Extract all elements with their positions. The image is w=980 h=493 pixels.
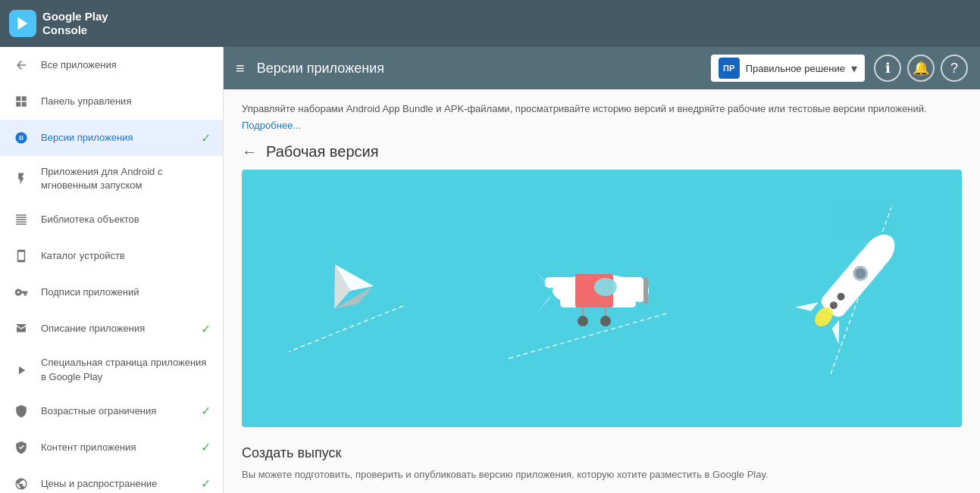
- app-selector[interactable]: ПР Правильное решение ▾: [711, 55, 865, 82]
- chevron-down-icon: ▾: [851, 61, 857, 76]
- sidebar-item-app-versions[interactable]: Версии приложения ✓: [0, 120, 223, 156]
- sidebar-item-app-signing[interactable]: Подписи приложений: [0, 274, 223, 310]
- sidebar-item-label: Специальная страница приложения в Google…: [41, 356, 211, 383]
- sidebar: Все приложения Панель управления Версии …: [0, 47, 224, 493]
- svg-point-17: [578, 316, 588, 326]
- biplane-svg: [499, 215, 689, 382]
- device-icon: [12, 247, 30, 265]
- info-icon: ℹ: [885, 60, 891, 76]
- table-icon: [12, 211, 30, 229]
- globe-icon: [12, 475, 30, 493]
- illustration-banner: [242, 170, 962, 427]
- create-release-title: Создать выпуск: [242, 445, 962, 461]
- topbar-title: Версии приложения: [257, 61, 711, 76]
- info-text: Управляйте наборами Android App Bundle и…: [242, 101, 962, 117]
- sidebar-item-dashboard[interactable]: Панель управления: [0, 83, 223, 120]
- topbar: ≡ Версии приложения ПР Правильное решени…: [224, 47, 980, 89]
- topbar-actions: ℹ 🔔 ?: [874, 55, 968, 82]
- check-icon: ✓: [201, 476, 211, 491]
- check-icon: ✓: [201, 440, 211, 454]
- section-title: Рабочая версия: [266, 143, 379, 161]
- app-header: Google Play Console: [0, 0, 980, 47]
- grid-icon: [12, 92, 30, 111]
- sidebar-item-device-catalog[interactable]: Каталог устройств: [0, 238, 223, 274]
- sidebar-item-pricing[interactable]: Цены и распространение ✓: [0, 466, 223, 493]
- paper-plane-svg: [282, 223, 418, 374]
- sidebar-item-google-play-page[interactable]: Специальная страница приложения в Google…: [0, 347, 223, 392]
- arrow-left-icon: [12, 56, 30, 74]
- svg-point-18: [600, 316, 611, 326]
- sidebar-item-label: Версии приложения: [41, 131, 195, 145]
- sidebar-item-app-content[interactable]: Контент приложения ✓: [0, 429, 223, 466]
- sidebar-item-label: Контент приложения: [41, 441, 195, 454]
- sidebar-item-label: Подписи приложений: [41, 286, 211, 299]
- logo: Google Play Console: [9, 10, 108, 37]
- main-content: ≡ Версии приложения ПР Правильное решени…: [224, 47, 980, 493]
- check-icon: ✓: [201, 404, 211, 418]
- svg-point-13: [594, 278, 617, 296]
- svg-marker-11: [534, 295, 553, 317]
- create-release-section: Создать выпуск Вы можете подготовить, пр…: [242, 445, 962, 494]
- play-icon: [12, 361, 30, 379]
- sidebar-item-store-listing[interactable]: Описание приложения ✓: [0, 310, 223, 347]
- sidebar-item-asset-library[interactable]: Библиотека объектов: [0, 201, 223, 238]
- key-icon: [12, 283, 30, 301]
- notifications-button[interactable]: 🔔: [907, 55, 935, 82]
- page-content: Управляйте наборами Android App Bundle и…: [224, 89, 980, 493]
- sidebar-item-label: Панель управления: [41, 95, 211, 108]
- rocket-icon: [12, 129, 30, 147]
- svg-line-1: [290, 306, 403, 351]
- sidebar-item-label: Библиотека объектов: [41, 213, 211, 226]
- sidebar-item-instant-apps[interactable]: Приложения для Android с мгновенным запу…: [0, 156, 223, 201]
- app-icon: ПР: [719, 58, 740, 79]
- sidebar-item-age-ratings[interactable]: Возрастные ограничения ✓: [0, 393, 223, 429]
- shield2-icon: [12, 438, 30, 457]
- logo-icon: [9, 10, 36, 37]
- bell-icon: 🔔: [913, 60, 929, 76]
- svg-marker-0: [18, 17, 28, 30]
- logo-text: Google Play Console: [42, 10, 108, 37]
- rocket-svg: [770, 192, 922, 404]
- create-release-description: Вы можете подготовить, проверить и опубл…: [242, 467, 962, 482]
- info-button[interactable]: ℹ: [874, 55, 901, 82]
- main-layout: Все приложения Панель управления Версии …: [0, 47, 980, 493]
- check-icon: ✓: [201, 131, 211, 145]
- shield-icon: [12, 402, 30, 420]
- sidebar-item-label: Возрастные ограничения: [41, 404, 195, 418]
- svg-marker-25: [827, 320, 850, 344]
- svg-marker-24: [794, 292, 818, 317]
- sidebar-item-label: Приложения для Android с мгновенным запу…: [41, 165, 211, 192]
- svg-rect-14: [643, 277, 648, 304]
- sidebar-item-label: Цены и распространение: [41, 477, 195, 491]
- back-button[interactable]: ←: [242, 143, 257, 161]
- store-icon: [12, 320, 30, 338]
- help-icon: ?: [950, 61, 958, 76]
- sidebar-item-label: Все приложения: [41, 58, 211, 72]
- help-button[interactable]: ?: [941, 55, 968, 82]
- sidebar-item-label: Описание приложения: [41, 322, 195, 335]
- section-header: ← Рабочая версия: [242, 143, 962, 161]
- menu-icon[interactable]: ≡: [236, 60, 245, 77]
- more-link[interactable]: Подробнее...: [242, 120, 301, 131]
- sidebar-item-all-apps[interactable]: Все приложения: [0, 47, 223, 83]
- app-name: Правильное решение: [746, 63, 845, 74]
- sidebar-item-label: Каталог устройств: [41, 249, 211, 263]
- check-icon: ✓: [201, 322, 211, 336]
- flash-icon: [12, 170, 30, 188]
